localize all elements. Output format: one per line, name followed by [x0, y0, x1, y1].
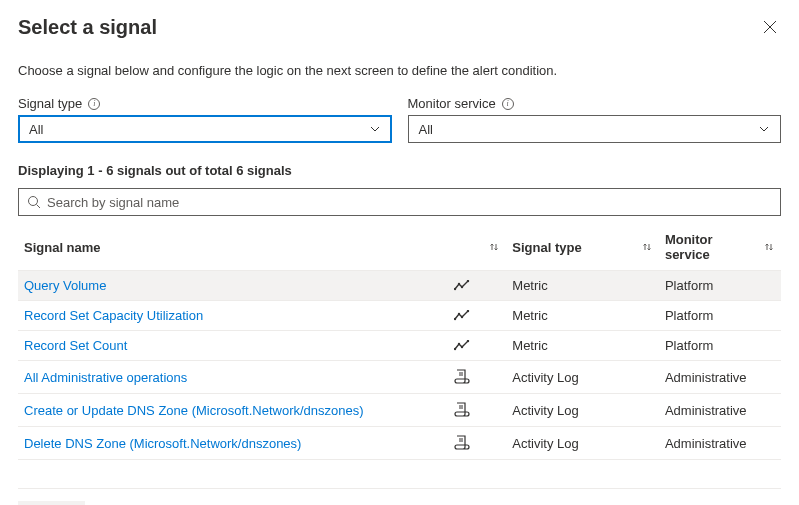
- signals-table: Signal name Signal type Monitor service …: [18, 224, 781, 460]
- monitor-service-cell: Platform: [659, 271, 781, 301]
- table-row[interactable]: Delete DNS Zone (Microsoft.Network/dnszo…: [18, 427, 781, 460]
- signal-type-dropdown[interactable]: All: [18, 115, 392, 143]
- close-icon: [763, 20, 777, 34]
- monitor-service-cell: Administrative: [659, 427, 781, 460]
- monitor-service-dropdown[interactable]: All: [408, 115, 782, 143]
- page-title: Select a signal: [18, 16, 157, 39]
- monitor-service-label: Monitor service i: [408, 96, 782, 111]
- activity-log-icon: [454, 401, 472, 419]
- done-button[interactable]: Done: [18, 501, 85, 505]
- signal-type-cell: Activity Log: [506, 427, 659, 460]
- column-header-name[interactable]: Signal name: [18, 224, 506, 271]
- signal-name-link[interactable]: Create or Update DNS Zone (Microsoft.Net…: [24, 403, 364, 418]
- activity-log-icon: [454, 434, 472, 452]
- signal-type-cell: Metric: [506, 301, 659, 331]
- close-button[interactable]: [759, 16, 781, 41]
- svg-point-2: [458, 282, 460, 284]
- search-box[interactable]: [18, 188, 781, 216]
- sort-icon: [641, 241, 653, 253]
- info-icon[interactable]: i: [502, 98, 514, 110]
- search-icon: [27, 195, 41, 209]
- table-row[interactable]: Record Set CountMetricPlatform: [18, 331, 781, 361]
- signal-name-link[interactable]: Query Volume: [24, 278, 106, 293]
- table-row[interactable]: All Administrative operationsActivity Lo…: [18, 361, 781, 394]
- monitor-service-value: All: [419, 122, 433, 137]
- monitor-service-cell: Platform: [659, 331, 781, 361]
- svg-point-0: [29, 197, 38, 206]
- signal-type-cell: Metric: [506, 331, 659, 361]
- signal-type-cell: Metric: [506, 271, 659, 301]
- column-header-service[interactable]: Monitor service: [659, 224, 781, 271]
- metric-icon: [454, 280, 472, 292]
- table-row[interactable]: Query VolumeMetricPlatform: [18, 271, 781, 301]
- chevron-down-icon: [369, 123, 381, 135]
- signal-type-label: Signal type i: [18, 96, 392, 111]
- svg-point-10: [458, 342, 460, 344]
- info-icon[interactable]: i: [88, 98, 100, 110]
- signal-name-link[interactable]: Record Set Capacity Utilization: [24, 308, 203, 323]
- description-text: Choose a signal below and configure the …: [18, 63, 781, 78]
- search-input[interactable]: [47, 195, 772, 210]
- signal-name-link[interactable]: Delete DNS Zone (Microsoft.Network/dnszo…: [24, 436, 301, 451]
- table-row[interactable]: Create or Update DNS Zone (Microsoft.Net…: [18, 394, 781, 427]
- signal-name-link[interactable]: Record Set Count: [24, 338, 127, 353]
- sort-icon: [488, 241, 500, 253]
- signal-type-cell: Activity Log: [506, 361, 659, 394]
- monitor-service-cell: Administrative: [659, 361, 781, 394]
- signal-type-value: All: [29, 122, 43, 137]
- column-header-type[interactable]: Signal type: [506, 224, 659, 271]
- activity-log-icon: [454, 368, 472, 386]
- metric-icon: [454, 310, 472, 322]
- chevron-down-icon: [758, 123, 770, 135]
- signal-name-link[interactable]: All Administrative operations: [24, 370, 187, 385]
- monitor-service-cell: Administrative: [659, 394, 781, 427]
- svg-point-7: [461, 315, 463, 317]
- svg-point-3: [461, 285, 463, 287]
- svg-point-6: [458, 312, 460, 314]
- signal-type-cell: Activity Log: [506, 394, 659, 427]
- monitor-service-cell: Platform: [659, 301, 781, 331]
- sort-icon: [763, 241, 775, 253]
- table-row[interactable]: Record Set Capacity UtilizationMetricPla…: [18, 301, 781, 331]
- result-count: Displaying 1 - 6 signals out of total 6 …: [18, 163, 781, 178]
- svg-point-11: [461, 345, 463, 347]
- metric-icon: [454, 340, 472, 352]
